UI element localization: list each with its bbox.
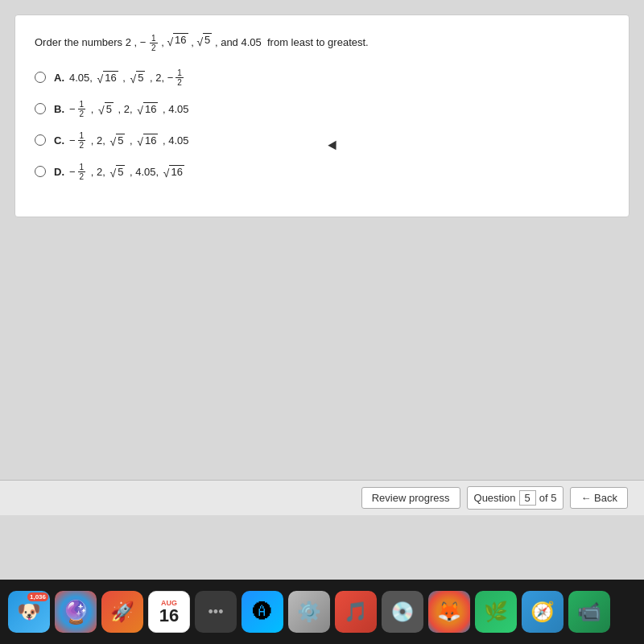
finder-icon: 🐶 xyxy=(17,601,41,623)
dock-appstore[interactable]: 🅐 xyxy=(242,591,283,633)
of-label: of 5 xyxy=(539,492,557,504)
question-number: 5 xyxy=(519,490,536,506)
question-card: Order the numbers 2 , − 12 , √16 , √5 , … xyxy=(14,14,630,217)
dock-siri[interactable]: 🔮 xyxy=(55,591,97,633)
dock-leaf[interactable]: 🌿 xyxy=(475,591,517,633)
dock-finder[interactable]: 🐶 1,036 xyxy=(8,591,50,633)
firefox-icon: 🦊 xyxy=(437,601,461,623)
option-b-letter: B. xyxy=(54,103,64,115)
dock-calendar[interactable]: AUG 16 xyxy=(148,591,190,633)
siri-icon: 🔮 xyxy=(62,599,90,625)
system-prefs-icon: ⚙️ xyxy=(297,601,321,623)
leaf-icon: 🌿 xyxy=(484,601,508,623)
question-indicator: Question 5 of 5 xyxy=(467,486,564,510)
dock-facetime[interactable]: 📹 xyxy=(568,591,610,633)
dock-system-prefs[interactable]: ⚙️ xyxy=(288,591,330,633)
radio-d[interactable] xyxy=(35,166,46,177)
option-d-letter: D. xyxy=(54,166,64,178)
safari-icon: 🧭 xyxy=(530,601,555,623)
option-a-letter: A. xyxy=(54,72,64,84)
option-a[interactable]: A. 4.05, √16 , √5 , 2, −12 xyxy=(35,68,609,87)
option-c-letter: C. xyxy=(54,134,64,147)
question-text: Order the numbers 2 , − 12 , √16 , √5 , … xyxy=(35,33,609,52)
radio-c[interactable] xyxy=(35,134,46,146)
appstore-icon: 🅐 xyxy=(253,601,272,623)
radio-b[interactable] xyxy=(35,103,46,114)
option-d[interactable]: D. −12 , 2, √5 , 4.05, √16 xyxy=(35,163,609,181)
facetime-icon: 📹 xyxy=(577,601,601,623)
option-c[interactable]: C. −12 , 2, √5 , √16 , 4.05 xyxy=(35,131,609,150)
bottom-bar: Review progress Question 5 of 5 ← Back xyxy=(0,480,644,515)
option-b-content: −12 , √5 , 2, √16 , 4.05 xyxy=(69,100,189,118)
back-button[interactable]: ← Back xyxy=(570,487,628,509)
question-label: Question xyxy=(474,492,516,504)
option-d-content: −12 , 2, √5 , 4.05, √16 xyxy=(69,163,184,181)
itunes-icon: 🎵 xyxy=(344,601,368,623)
review-progress-button[interactable]: Review progress xyxy=(361,487,460,509)
finder-badge: 1,036 xyxy=(27,592,48,601)
option-a-content: 4.05, √16 , √5 , 2, −12 xyxy=(69,68,184,87)
launchpad-icon: 🚀 xyxy=(110,601,134,623)
calendar-day: 16 xyxy=(159,607,179,625)
radio-a[interactable] xyxy=(35,72,46,83)
dock-firefox[interactable]: 🦊 xyxy=(428,591,470,633)
option-c-content: −12 , 2, √5 , √16 , 4.05 xyxy=(69,131,189,150)
dock-dvd[interactable]: 💿 xyxy=(382,591,423,633)
dots-icon: ••• xyxy=(208,604,224,621)
main-area: Order the numbers 2 , − 12 , √16 , √5 , … xyxy=(0,0,644,580)
dock: 🐶 1,036 🔮 🚀 AUG 16 ••• 🅐 ⚙️ 🎵 💿 🦊 🌿 🧭 📹 xyxy=(0,580,644,644)
option-b[interactable]: B. −12 , √5 , 2, √16 , 4.05 xyxy=(35,100,609,118)
dock-itunes[interactable]: 🎵 xyxy=(335,591,377,633)
dvd-icon: 💿 xyxy=(390,601,415,623)
dock-dots[interactable]: ••• xyxy=(195,591,237,633)
dock-launchpad[interactable]: 🚀 xyxy=(101,591,143,633)
dock-safari[interactable]: 🧭 xyxy=(522,591,564,633)
